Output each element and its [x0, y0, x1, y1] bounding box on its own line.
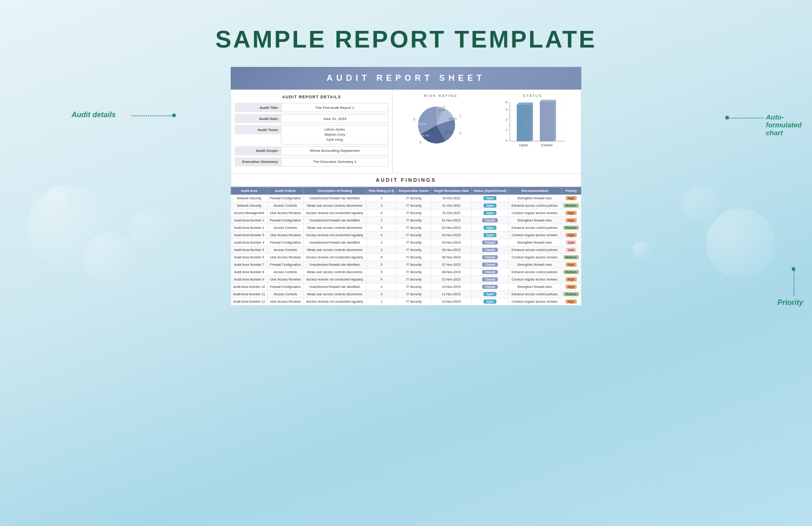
table-row: Audit Area Number 5 Access Controls Weak… — [231, 246, 581, 253]
annotation-line-2 — [729, 118, 764, 119]
pie-label-4: 4 — [419, 141, 421, 144]
cell-date: 03-Nov-2023 — [431, 231, 472, 239]
cell-area: Audit Area Number 3 — [231, 231, 268, 239]
cell-area: Audit Area Number 7 — [231, 261, 268, 268]
table-row: Audit Area Number 10 Firewall Configurat… — [231, 283, 581, 290]
cell-recommendation: Enhance access control policies. — [509, 268, 561, 275]
cell-owner: IT Security — [396, 209, 431, 216]
cell-description: Weak user access controls discovered. — [303, 246, 366, 253]
table-row: Audit Area Number 11 Access Controls Wea… — [231, 290, 581, 298]
cell-risk: 4 — [366, 209, 396, 216]
cell-description: Weak user access controls discovered. — [303, 202, 366, 209]
bar-open — [517, 105, 531, 141]
cell-criteria: User Access Reviews — [268, 231, 304, 239]
cell-recommendation: Strengthen firewall rules. — [509, 239, 561, 246]
table-row: Network Security Access Controls Weak us… — [231, 202, 581, 209]
cell-owner: IT Security — [396, 268, 431, 275]
cell-area: Network Security — [231, 202, 268, 209]
cell-priority: Medium — [561, 202, 581, 209]
report-area: Audit details Auto-formulatedchart Prior… — [0, 67, 812, 305]
pie-pct-5: 20.0% — [418, 123, 427, 126]
cell-owner: IT Security — [396, 246, 431, 253]
cell-owner: IT Security — [396, 261, 431, 268]
priority-badge: Low — [566, 248, 576, 252]
bar-open-top — [517, 102, 533, 105]
cell-description: Unauthorized firewall rule identified. — [303, 194, 366, 202]
cell-area: Access Management — [231, 209, 268, 216]
cell-area: Audit Area Number 6 — [231, 253, 268, 261]
priority-badge: Medium — [563, 270, 579, 274]
cell-status: Closed — [471, 275, 509, 283]
cell-risk: 2 — [366, 239, 396, 246]
cell-recommendation: Enhance access control policies. — [509, 290, 561, 298]
table-row: Audit Area Number 2 Access Controls Weak… — [231, 224, 581, 231]
cell-area: Audit Area Number 8 — [231, 268, 268, 275]
detail-row-team: Audit Team: Lebron James Stephon Curry K… — [235, 125, 388, 144]
page-wrapper: SAMPLE REPORT TEMPLATE Audit details Aut… — [0, 0, 812, 305]
status-badge: Open — [484, 196, 497, 200]
bar-open-side — [531, 102, 533, 141]
cell-status: Open — [471, 209, 509, 216]
cell-criteria: User Access Reviews — [268, 298, 304, 305]
cell-criteria: Access Controls — [268, 224, 304, 231]
cell-date: 15-Oct-2023 — [431, 194, 472, 202]
cell-recommendation: Enhance access control policies. — [509, 224, 561, 231]
bar-chart-svg: 0 2 4 6 8 — [496, 100, 570, 153]
findings-tbody: Network Security Firewall Configuration … — [231, 194, 581, 305]
cell-recommendation: Enhance access control policies. — [509, 246, 561, 253]
cell-area: Audit Area Number 11 — [231, 290, 268, 298]
cell-date: 04-Nov-2023 — [431, 239, 472, 246]
cell-risk: 3 — [366, 202, 396, 209]
pie-pct-4: 26.7% — [421, 134, 430, 137]
cell-date: 01-Nov-2023 — [431, 275, 472, 283]
cell-owner: IT Security — [396, 298, 431, 305]
table-row: Access Management User Access Reviews Ac… — [231, 209, 581, 216]
cell-description: Access reviews not conducted regularly. — [303, 298, 366, 305]
team-member-2: Stephon Curry — [324, 132, 345, 137]
priority-badge: Medium — [563, 292, 579, 296]
cell-criteria: Firewall Configuration — [268, 261, 304, 268]
report-container: AUDIT REPORT SHEET AUDIT REPORT DETAILS … — [231, 67, 581, 305]
cell-description: Weak user access controls discovered. — [303, 268, 366, 275]
cell-area: Audit Area Number 2 — [231, 224, 268, 231]
col-header-criteria: Audit Criteria — [268, 187, 304, 194]
x-label-closed: Closed — [541, 143, 552, 147]
cell-risk: 5 — [366, 224, 396, 231]
detail-value-date: June 01, 2024 — [281, 114, 388, 123]
cell-description: Unauthorized firewall rule identified. — [303, 239, 366, 246]
cell-owner: IT Security — [396, 231, 431, 239]
cell-priority: Low — [561, 246, 581, 253]
status-badge: Closed — [482, 240, 498, 245]
pie-pct-1: 6.7% — [439, 109, 445, 112]
cell-description: Access reviews not conducted regularly. — [303, 253, 366, 261]
detail-label-scope: Audit Scope: — [235, 146, 281, 155]
cell-recommendation: Conduct regular access reviews. — [509, 209, 561, 216]
pie-label-3: 3 — [460, 132, 461, 135]
cell-date: 01-Nov-2023 — [431, 216, 472, 224]
page-title: SAMPLE REPORT TEMPLATE — [0, 0, 812, 67]
cell-area: Audit Area Number 9 — [231, 275, 268, 283]
cell-owner: IT Security — [396, 253, 431, 261]
cell-description: Access reviews not conducted regularly. — [303, 209, 366, 216]
cell-risk: 2 — [366, 216, 396, 224]
annotation-line-3 — [794, 271, 794, 296]
chart-dot — [520, 121, 523, 124]
cell-recommendation: Strengthen firewall rules. — [509, 283, 561, 290]
cell-date: 02-Nov-2023 — [431, 224, 472, 231]
detail-label-title: Audit Title: — [235, 103, 281, 112]
priority-badge: Medium — [563, 255, 579, 259]
cell-risk: 4 — [366, 231, 396, 239]
cell-priority: High — [561, 194, 581, 202]
col-header-status: Status (Open/Closed) — [471, 187, 509, 194]
status-badge: Closed — [482, 218, 498, 222]
cell-area: Audit Area Number 5 — [231, 246, 268, 253]
priority-badge: Low — [566, 240, 576, 245]
y-label-0: 0 — [506, 139, 508, 142]
cell-date: 31-Oct-2023 — [431, 209, 472, 216]
cell-priority: High — [561, 209, 581, 216]
cell-criteria: Access Controls — [268, 246, 304, 253]
status-badge: Open — [484, 211, 497, 215]
cell-status: Closed — [471, 283, 509, 290]
cell-risk: 4 — [366, 194, 396, 202]
cell-risk: 5 — [366, 253, 396, 261]
